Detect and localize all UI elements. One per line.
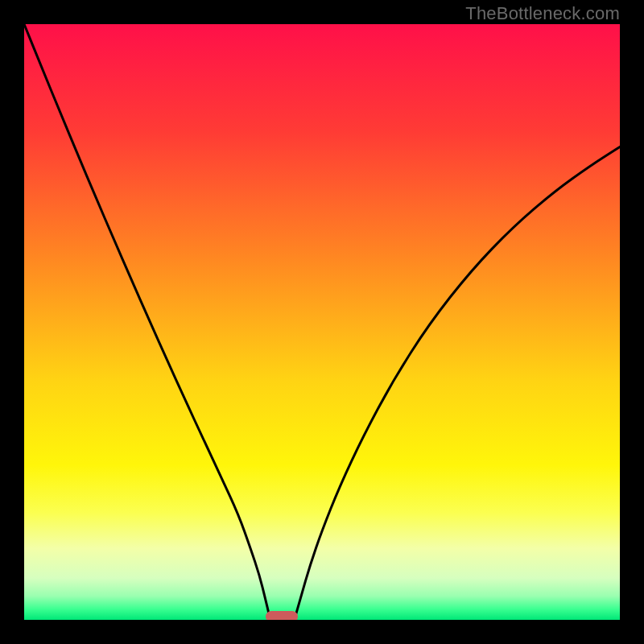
bottleneck-marker (266, 611, 298, 620)
watermark-text: TheBottleneck.com (465, 3, 620, 24)
left-curve (24, 24, 270, 617)
right-curve (295, 147, 620, 617)
curves-layer (24, 24, 620, 620)
chart-frame: TheBottleneck.com (0, 0, 644, 644)
plot-area (24, 24, 620, 620)
